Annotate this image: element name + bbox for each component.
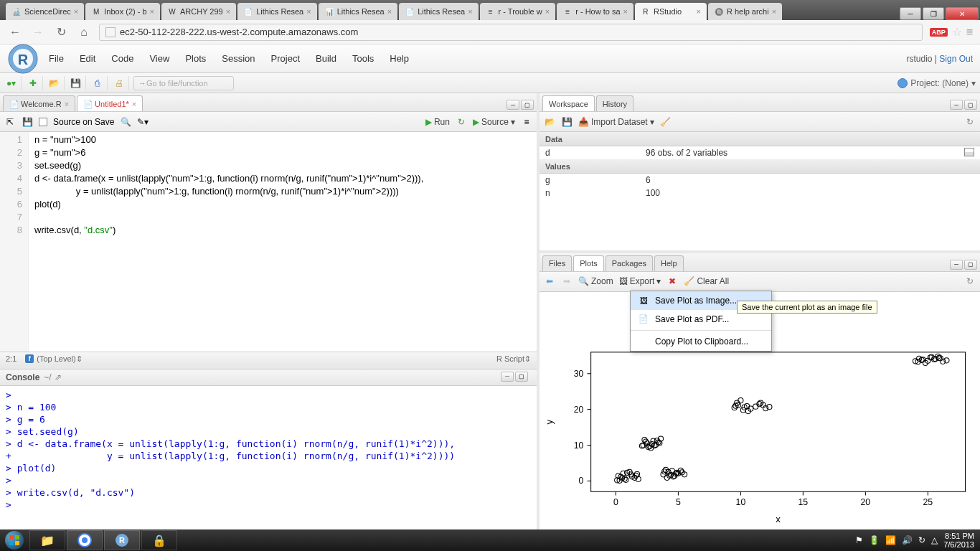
menu-help[interactable]: Help [390,53,409,64]
close-tab-icon[interactable]: × [772,7,776,16]
close-tab-icon[interactable]: × [226,7,230,16]
close-tab-icon[interactable]: × [697,7,701,16]
menu-edit[interactable]: Edit [80,53,95,64]
clear-all-button[interactable]: 🧹 Clear All [684,276,729,286]
taskbar-clock[interactable]: 8:51 PM 7/6/2013 [943,532,974,549]
print-icon[interactable]: 🖨 [112,76,129,90]
pane-maximize-icon[interactable]: ▢ [515,372,528,382]
console-popout-icon[interactable]: ⇗ [55,372,62,382]
tray-sync-icon[interactable]: ↻ [918,535,925,545]
workspace-row[interactable]: g6 [540,174,980,187]
browser-tab[interactable]: ≡r - Trouble w× [480,3,556,20]
workspace-row[interactable]: n100 [540,187,980,199]
refresh-icon[interactable]: ↻ [964,276,976,287]
taskbar-rstudio[interactable]: R [104,530,140,550]
save-icon[interactable]: 💾 [69,76,86,90]
close-button[interactable]: ✕ [946,7,979,20]
maximize-button[interactable]: ❐ [923,7,944,20]
back-button[interactable]: ← [7,24,23,40]
close-tab-icon[interactable]: × [132,100,136,108]
close-tab-icon[interactable]: × [65,100,69,108]
tray-battery-icon[interactable]: 🔋 [869,535,880,545]
browser-tab[interactable]: ≡r - How to sa× [557,3,633,20]
home-button[interactable]: ⌂ [76,24,92,40]
new-project-icon[interactable]: ✚ [26,76,43,90]
close-tab-icon[interactable]: × [545,7,550,16]
wand-icon[interactable]: ✎▾ [137,116,149,128]
tab-history[interactable]: History [596,95,633,111]
start-button[interactable] [0,529,29,551]
menu-build[interactable]: Build [316,53,336,64]
zoom-button[interactable]: 🔍 Zoom [578,276,613,286]
file-mode[interactable]: R Script [496,354,524,363]
import-dataset-button[interactable]: 📥 Import Dataset▾ [578,117,654,127]
tab-plots[interactable]: Plots [573,255,603,271]
close-tab-icon[interactable]: × [74,7,78,16]
grid-icon[interactable] [964,148,974,156]
pane-maximize-icon[interactable]: ▢ [521,100,534,110]
tab-help[interactable]: Help [654,255,684,271]
adblock-icon[interactable]: ABP [930,28,948,37]
menu-plots[interactable]: Plots [185,53,206,64]
pane-maximize-icon[interactable]: ▢ [964,260,977,270]
tray-volume-icon[interactable]: 🔊 [902,535,913,545]
open-file-icon[interactable]: 📂 [47,76,65,90]
browser-tab[interactable]: WARCHY 299× [161,3,236,20]
menu-file[interactable]: File [49,53,64,64]
menu-tools[interactable]: Tools [352,53,374,64]
menu-session[interactable]: Session [222,53,255,64]
rerun-icon[interactable]: ↻ [456,116,467,128]
menu-code[interactable]: Code [111,53,133,64]
tray-drive-icon[interactable]: △ [931,535,938,545]
outline-icon[interactable]: ≡ [521,116,532,128]
taskbar-chrome[interactable] [67,530,103,550]
close-tab-icon[interactable]: × [150,7,154,16]
new-file-icon[interactable]: ●▾ [4,76,22,90]
tab-untitled[interactable]: 📄 Untitled1* × [77,95,143,111]
browser-tab[interactable]: 📄Lithics Resea× [399,3,478,20]
refresh-icon[interactable]: ↻ [964,116,976,128]
tab-workspace[interactable]: Workspace [542,95,595,111]
close-tab-icon[interactable]: × [468,7,472,16]
save-icon[interactable]: 💾 [22,116,33,128]
tray-flag-icon[interactable]: ⚑ [855,535,863,545]
pane-minimize-icon[interactable]: ─ [950,260,963,270]
close-tab-icon[interactable]: × [306,7,311,16]
scope-label[interactable]: (Top Level) [37,354,75,363]
save-icon[interactable]: 💾 [561,116,573,128]
pane-minimize-icon[interactable]: ─ [501,372,514,382]
code-editor[interactable]: 12345678 n = "num">100 g = "num">6 set.s… [0,132,537,352]
export-button[interactable]: 🖼 Export▾ [619,276,661,286]
browser-tab[interactable]: 🔬ScienceDirec× [6,3,84,20]
remove-plot-icon[interactable]: ✖ [666,276,678,287]
taskbar-app[interactable]: 🔒 [141,530,177,550]
pane-minimize-icon[interactable]: ─ [950,100,963,110]
forward-button[interactable]: → [30,24,46,40]
browser-tab[interactable]: 🔘R help archi× [708,3,782,20]
project-menu[interactable]: Project: (None) ▾ [897,78,976,88]
copy-to-clipboard-item[interactable]: Copy Plot to Clipboard... [631,332,771,351]
load-icon[interactable]: 📂 [544,116,555,128]
menu-icon[interactable]: ≡ [966,26,973,39]
reload-button[interactable]: ↻ [53,24,69,40]
plot-prev-icon[interactable]: ⬅ [544,276,555,287]
minimize-button[interactable]: ─ [900,7,921,20]
menu-project[interactable]: Project [271,53,300,64]
workspace-row[interactable]: d96 obs. of 2 variables [540,146,980,159]
browser-tab[interactable]: MInbox (2) - b× [85,3,160,20]
menu-view[interactable]: View [149,53,169,64]
bookmark-icon[interactable]: ☆ [952,25,962,39]
pane-maximize-icon[interactable]: ▢ [964,100,977,110]
save-all-icon[interactable]: ⎙ [90,76,108,90]
run-button[interactable]: ▶Run [425,117,450,127]
source-button[interactable]: ▶Source ▾ [473,117,515,127]
console-output[interactable]: > > n = 100 > g = 6 > set.seed(g) > d <-… [0,386,537,529]
close-tab-icon[interactable]: × [387,7,392,16]
tab-files[interactable]: Files [542,255,572,271]
signout-link[interactable]: Sign Out [939,54,973,64]
tab-welcome[interactable]: 📄 Welcome.R × [3,95,75,111]
goto-file-input[interactable]: Go to file/function [133,76,234,90]
browser-tab[interactable]: 📄Lithics Resea× [237,3,316,20]
address-bar[interactable]: ec2-50-112-228-222.us-west-2.compute.ama… [99,24,923,41]
popout-icon[interactable]: ⇱ [4,116,16,128]
